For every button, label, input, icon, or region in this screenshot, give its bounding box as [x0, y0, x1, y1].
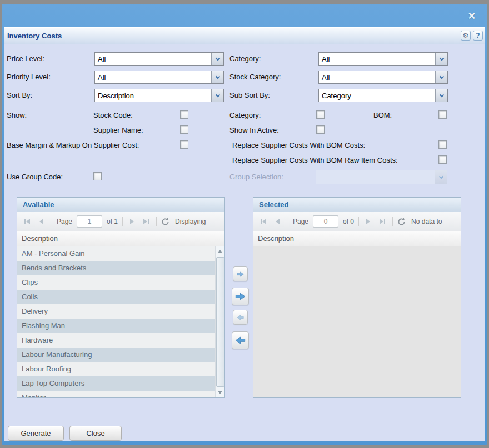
- move-left-button[interactable]: [233, 310, 248, 325]
- available-scrollbar[interactable]: [215, 246, 224, 397]
- stock-code-label: Stock Code:: [93, 111, 133, 119]
- base-margin-label: Base Margin & Markup On Supplier Cost:: [7, 141, 139, 149]
- selected-panel: Selected Page of 0 No data to Descriptio…: [253, 197, 461, 398]
- list-item[interactable]: Delivery: [17, 304, 215, 319]
- page-prev-icon[interactable]: [273, 217, 282, 226]
- refresh-icon[interactable]: [161, 218, 169, 226]
- price-level-dropdown-button[interactable]: [211, 53, 223, 65]
- page-next-icon[interactable]: [127, 217, 136, 226]
- replace-bom-costs-checkbox[interactable]: [438, 140, 447, 149]
- page-of-label: of 0: [343, 218, 354, 225]
- chevron-down-icon: [215, 57, 221, 61]
- sort-by-dropdown[interactable]: Description: [94, 89, 224, 102]
- page-last-icon[interactable]: [378, 217, 387, 226]
- sub-sort-by-dropdown-button[interactable]: [435, 89, 447, 102]
- use-group-code-checkbox[interactable]: [93, 172, 102, 180]
- list-item[interactable]: Hardware: [17, 333, 215, 348]
- supplier-name-checkbox[interactable]: [180, 125, 188, 134]
- page-number-input[interactable]: [77, 215, 102, 228]
- stock-category-dropdown[interactable]: All: [318, 71, 448, 84]
- page-number-input[interactable]: [313, 215, 338, 228]
- chevron-down-icon: [439, 57, 445, 61]
- category-checkbox-label: Category:: [229, 111, 261, 119]
- list-item[interactable]: Labour Roofing: [17, 362, 215, 376]
- page-of-label: of 1: [107, 218, 118, 225]
- list-item[interactable]: Coils: [17, 290, 215, 304]
- list-item[interactable]: Monitor: [17, 391, 215, 397]
- replace-bom-raw-costs-checkbox[interactable]: [438, 155, 447, 164]
- close-button[interactable]: Close: [69, 426, 122, 441]
- available-panel-header: Available: [17, 198, 224, 213]
- priority-level-dropdown-button[interactable]: [211, 71, 223, 83]
- help-icon[interactable]: ?: [473, 31, 483, 41]
- stock-code-checkbox[interactable]: [180, 110, 188, 119]
- priority-level-value: All: [98, 73, 106, 82]
- toolbar-status-text: Displaying: [175, 218, 206, 225]
- move-right-button[interactable]: [233, 266, 248, 281]
- group-selection-dropdown[interactable]: [316, 170, 447, 184]
- list-item[interactable]: Labour Manufacturing: [17, 348, 215, 362]
- category-label: Category:: [229, 54, 261, 63]
- scroll-up-icon[interactable]: [218, 250, 222, 253]
- replace-bom-costs-label: Replace Supplier Costs With BOM Costs:: [232, 141, 365, 149]
- priority-level-dropdown[interactable]: All: [94, 71, 224, 84]
- toolbar-separator: [156, 217, 157, 226]
- sort-by-label: Sort By:: [7, 91, 32, 99]
- group-selection-label: Group Selection:: [229, 173, 283, 181]
- group-selection-dropdown-button[interactable]: [435, 170, 447, 184]
- move-all-right-button[interactable]: [232, 288, 249, 305]
- page-label: Page: [293, 218, 308, 225]
- toolbar-separator: [122, 217, 123, 226]
- sort-by-dropdown-button[interactable]: [211, 89, 223, 102]
- stock-category-dropdown-button[interactable]: [435, 71, 447, 83]
- bom-checkbox[interactable]: [438, 110, 447, 119]
- gear-icon[interactable]: ⚙: [461, 31, 471, 41]
- chevron-down-icon: [215, 75, 221, 79]
- category-dropdown-button[interactable]: [435, 53, 447, 65]
- list-item[interactable]: Clips: [17, 275, 215, 290]
- category-dropdown[interactable]: All: [318, 52, 448, 66]
- list-item[interactable]: Bends and Brackets: [17, 261, 215, 275]
- selected-panel-header: Selected: [253, 198, 461, 213]
- show-in-active-checkbox[interactable]: [316, 125, 325, 134]
- list-item[interactable]: AM - Personal Gain: [17, 246, 215, 261]
- generate-button[interactable]: Generate: [8, 426, 64, 441]
- arrow-right-icon: [235, 293, 246, 300]
- selected-list: [253, 246, 461, 397]
- price-level-dropdown[interactable]: All: [94, 52, 224, 66]
- available-toolbar: Page of 1 Displaying: [17, 212, 224, 231]
- page-title: Inventory Costs: [7, 32, 62, 40]
- toolbar-separator: [358, 217, 359, 226]
- list-item[interactable]: Flashing Man: [17, 319, 215, 333]
- chevron-down-icon: [439, 94, 445, 98]
- show-in-active-label: Show In Active:: [229, 126, 279, 134]
- chevron-down-icon: [438, 175, 444, 179]
- use-group-code-label: Use Group Code:: [7, 173, 63, 181]
- category-value: All: [322, 55, 330, 63]
- page-first-icon[interactable]: [259, 217, 268, 226]
- refresh-icon[interactable]: [397, 218, 406, 226]
- base-margin-checkbox[interactable]: [180, 140, 188, 149]
- page-first-icon[interactable]: [23, 217, 32, 226]
- toolbar-status-text: No data to: [411, 218, 442, 225]
- move-all-left-button[interactable]: [232, 331, 249, 349]
- available-column-header[interactable]: Description: [17, 231, 224, 246]
- stock-category-value: All: [322, 73, 330, 82]
- chevron-down-icon: [439, 75, 445, 79]
- page-next-icon[interactable]: [363, 217, 372, 226]
- selected-panel-title: Selected: [253, 198, 461, 209]
- page-last-icon[interactable]: [142, 217, 151, 226]
- available-panel-title: Available: [17, 198, 224, 209]
- selected-column-header[interactable]: Description: [253, 231, 461, 246]
- scroll-down-icon[interactable]: [218, 391, 222, 394]
- toolbar-separator: [52, 217, 52, 226]
- sub-sort-by-dropdown[interactable]: Category: [318, 89, 448, 102]
- page-prev-icon[interactable]: [37, 217, 46, 226]
- category-checkbox[interactable]: [316, 110, 325, 119]
- list-item[interactable]: Lap Top Computers: [17, 376, 215, 391]
- price-level-label: Price Level:: [7, 54, 44, 63]
- toolbar-separator: [392, 217, 393, 226]
- close-icon[interactable]: ×: [465, 9, 478, 23]
- available-list: AM - Personal GainBends and BracketsClip…: [17, 246, 215, 397]
- scrollbar-thumb[interactable]: [216, 257, 224, 387]
